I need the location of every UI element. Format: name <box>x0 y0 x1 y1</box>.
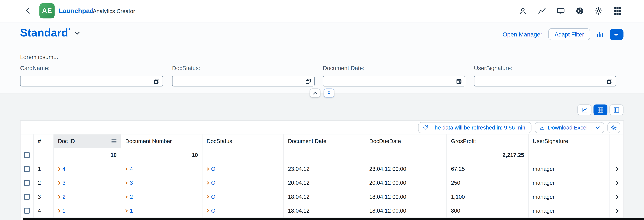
table-view-button[interactable] <box>594 105 608 115</box>
select-all-checkbox[interactable] <box>24 152 30 158</box>
document-number-link[interactable]: 4 <box>130 166 133 172</box>
docstatus-input[interactable] <box>172 76 302 86</box>
row-checkbox[interactable] <box>24 208 30 214</box>
drill-chevron-icon[interactable] <box>58 209 60 213</box>
drill-chevron-icon[interactable] <box>125 209 128 213</box>
row-navigation-chevron[interactable] <box>610 190 624 204</box>
document-date-cell: 20.04.12 <box>284 176 365 190</box>
table-header-row: # Doc ID Document Number DocStatus Docum… <box>20 134 623 148</box>
table-row: 3 2 2 O 18.04.12 18.04.12 00:00 1,100 ma… <box>20 190 623 204</box>
column-filter-icon[interactable] <box>111 139 117 143</box>
usersignature-cell: manager <box>528 176 610 190</box>
grosprofit-cell: 67.25 <box>447 162 528 176</box>
table-settings-button[interactable] <box>608 122 620 133</box>
docstatus-cell: O <box>206 208 216 214</box>
dirty-marker: * <box>68 27 70 34</box>
date-picker-icon[interactable] <box>453 76 465 86</box>
download-excel-button[interactable]: Download Excel | <box>535 122 604 133</box>
globe-icon[interactable] <box>575 6 584 15</box>
adapt-filter-button[interactable]: Adapt Filter <box>548 28 590 40</box>
document-number-link[interactable]: 2 <box>130 194 133 200</box>
value-help-icon[interactable] <box>604 76 616 86</box>
doc-id-cell: 1 <box>58 208 66 214</box>
value-help-icon[interactable] <box>302 76 314 86</box>
filter-bar-toggle-button[interactable] <box>610 28 624 40</box>
pin-filter-button[interactable] <box>324 89 334 98</box>
docstatus-link[interactable]: O <box>211 194 216 200</box>
user-icon[interactable] <box>518 6 528 15</box>
variant-selector[interactable]: Standard* <box>20 27 80 38</box>
line-chart-icon[interactable] <box>537 6 546 15</box>
docstatus-cell: O <box>206 180 216 186</box>
drill-chevron-icon[interactable] <box>58 167 60 171</box>
column-header-index[interactable]: # <box>34 134 54 148</box>
app-name: Launchpad <box>59 7 94 15</box>
document-number-link[interactable]: 3 <box>130 180 133 186</box>
doc-id-link[interactable]: 4 <box>62 166 66 172</box>
back-button[interactable] <box>23 6 32 15</box>
drill-chevron-icon[interactable] <box>206 195 209 199</box>
cardname-input[interactable] <box>20 76 150 86</box>
row-checkbox[interactable] <box>24 166 30 172</box>
docduedate-cell: 18.04.12 00:00 <box>365 190 447 204</box>
row-navigation-chevron[interactable] <box>610 176 624 190</box>
totals-grosprofit: 2,217.25 <box>447 148 528 162</box>
monitor-icon[interactable] <box>556 6 565 15</box>
doc-id-link[interactable]: 2 <box>62 194 66 200</box>
drill-chevron-icon[interactable] <box>58 195 60 199</box>
chevron-left-icon <box>25 7 30 14</box>
column-header-document-number[interactable]: Document Number <box>121 134 202 148</box>
filter-bar-area: Standard* Open Manager Adapt Filter Lore… <box>0 22 644 94</box>
drill-chevron-icon[interactable] <box>206 209 209 213</box>
drill-chevron-icon[interactable] <box>125 181 128 185</box>
filter-bar-controls <box>310 89 334 98</box>
filter-document-date: Document Date: <box>323 65 466 87</box>
column-header-doc-id[interactable]: Doc ID <box>54 134 121 148</box>
grid-icon[interactable] <box>613 6 622 15</box>
bar-chart-icon[interactable] <box>596 31 604 38</box>
value-help-icon[interactable] <box>150 76 162 86</box>
pivot-view-button[interactable] <box>610 105 623 115</box>
filter-docstatus: DocStatus: <box>172 65 314 87</box>
doc-id-link[interactable]: 3 <box>62 180 66 186</box>
document-number-link[interactable]: 1 <box>130 208 133 214</box>
totals-doc-id: 10 <box>54 148 121 162</box>
row-checkbox[interactable] <box>24 180 30 186</box>
drill-chevron-icon[interactable] <box>58 181 60 185</box>
chevron-up-icon <box>313 92 317 94</box>
drill-chevron-icon[interactable] <box>206 167 209 171</box>
select-all-cell <box>20 134 34 148</box>
row-navigation-chevron[interactable] <box>610 204 624 218</box>
column-header-document-date[interactable]: Document Date <box>284 134 365 148</box>
results-table: The data will be refreshed in: 9:56 min.… <box>20 120 624 220</box>
grosprofit-cell: 800 <box>447 204 528 218</box>
chevron-down-icon[interactable] <box>75 32 80 35</box>
document-date-input[interactable] <box>323 76 452 86</box>
sun-icon[interactable] <box>594 6 603 15</box>
row-navigation-chevron[interactable] <box>610 162 624 176</box>
drill-chevron-icon[interactable] <box>125 167 128 171</box>
usersignature-input[interactable] <box>474 76 604 86</box>
chart-view-button[interactable] <box>578 105 591 115</box>
table-row: 4 1 1 O 18.04.12 18.04.12 00:00 800 mana… <box>20 204 623 218</box>
docstatus-link[interactable]: O <box>211 166 216 172</box>
collapse-filter-button[interactable] <box>310 89 320 98</box>
column-header-docduedate[interactable]: DocDueDate <box>365 134 447 148</box>
row-checkbox[interactable] <box>24 194 30 200</box>
doc-id-link[interactable]: 1 <box>62 208 66 214</box>
document-number-cell: 2 <box>125 194 133 200</box>
docstatus-link[interactable]: O <box>211 180 216 186</box>
filter-description: Lorem ipsum... <box>20 54 58 60</box>
drill-chevron-icon[interactable] <box>125 195 128 199</box>
document-number-cell: 3 <box>125 180 133 186</box>
filter-label: CardName: <box>20 65 163 71</box>
row-action-header-cell <box>610 134 624 148</box>
column-header-grosprofit[interactable]: GrosProfit <box>447 134 528 148</box>
docstatus-link[interactable]: O <box>211 208 216 214</box>
row-index: 4 <box>34 204 54 218</box>
open-manager-link[interactable]: Open Manager <box>502 31 542 37</box>
column-header-usersignature[interactable]: UserSignature <box>528 134 610 148</box>
drill-chevron-icon[interactable] <box>206 181 209 185</box>
refresh-timer-button[interactable]: The data will be refreshed in: 9:56 min. <box>418 122 531 133</box>
column-header-docstatus[interactable]: DocStatus <box>202 134 284 148</box>
